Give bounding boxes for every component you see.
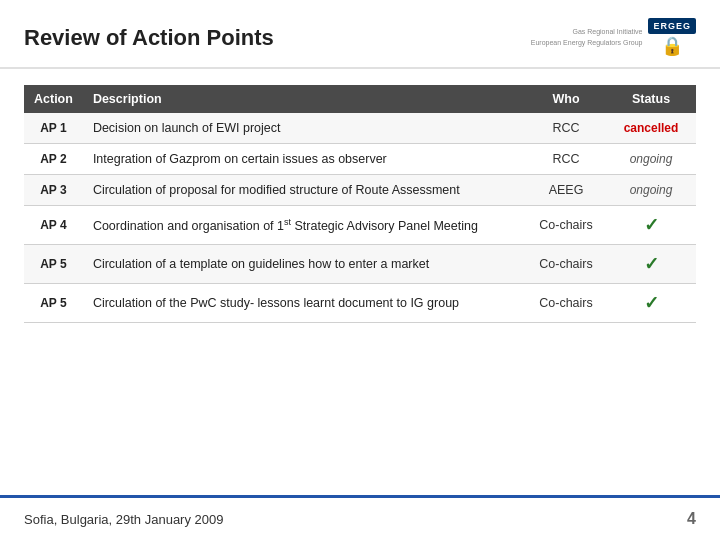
ergeg-logo: ERGEG — [648, 18, 696, 34]
cell-who: Co-chairs — [526, 206, 606, 245]
action-points-table-container: Action Description Who Status AP 1Decisi… — [0, 69, 720, 333]
col-header-who: Who — [526, 85, 606, 113]
cell-status: ✓ — [606, 284, 696, 323]
logo-subtitle: Gas Regional Initiative European Energy … — [531, 27, 643, 48]
cell-status: ongoing — [606, 175, 696, 206]
page-title: Review of Action Points — [24, 25, 274, 51]
col-header-action: Action — [24, 85, 83, 113]
cell-action: AP 5 — [24, 245, 83, 284]
page-header: Review of Action Points Gas Regional Ini… — [0, 0, 720, 69]
cell-description: Circulation of a template on guidelines … — [83, 245, 526, 284]
cell-status: ongoing — [606, 144, 696, 175]
table-row: AP 1Decision on launch of EWI projectRCC… — [24, 113, 696, 144]
cell-status: cancelled — [606, 113, 696, 144]
cell-description: Decision on launch of EWI project — [83, 113, 526, 144]
page-footer: Sofia, Bulgaria, 29th January 2009 4 — [0, 495, 720, 540]
table-row: AP 3Circulation of proposal for modified… — [24, 175, 696, 206]
table-row: AP 5Circulation of the PwC study- lesson… — [24, 284, 696, 323]
cell-who: Co-chairs — [526, 284, 606, 323]
action-points-table: Action Description Who Status AP 1Decisi… — [24, 85, 696, 323]
cell-action: AP 4 — [24, 206, 83, 245]
col-header-status: Status — [606, 85, 696, 113]
cell-action: AP 2 — [24, 144, 83, 175]
table-row: AP 2Integration of Gazprom on certain is… — [24, 144, 696, 175]
cell-who: RCC — [526, 113, 606, 144]
table-header-row: Action Description Who Status — [24, 85, 696, 113]
logo-area: Gas Regional Initiative European Energy … — [531, 18, 696, 57]
footer-page-number: 4 — [687, 510, 696, 528]
table-row: AP 5Circulation of a template on guideli… — [24, 245, 696, 284]
cell-status: ✓ — [606, 245, 696, 284]
cell-description: Circulation of the PwC study- lessons le… — [83, 284, 526, 323]
cell-who: AEEG — [526, 175, 606, 206]
cell-who: Co-chairs — [526, 245, 606, 284]
cell-status: ✓ — [606, 206, 696, 245]
footer-location-date: Sofia, Bulgaria, 29th January 2009 — [24, 512, 223, 527]
cell-who: RCC — [526, 144, 606, 175]
table-row: AP 4Coordination and organisation of 1st… — [24, 206, 696, 245]
cell-action: AP 5 — [24, 284, 83, 323]
cell-description: Integration of Gazprom on certain issues… — [83, 144, 526, 175]
cell-description: Coordination and organisation of 1st Str… — [83, 206, 526, 245]
lock-icon: 🔒 — [661, 35, 683, 57]
col-header-description: Description — [83, 85, 526, 113]
cell-action: AP 1 — [24, 113, 83, 144]
cell-description: Circulation of proposal for modified str… — [83, 175, 526, 206]
cell-action: AP 3 — [24, 175, 83, 206]
